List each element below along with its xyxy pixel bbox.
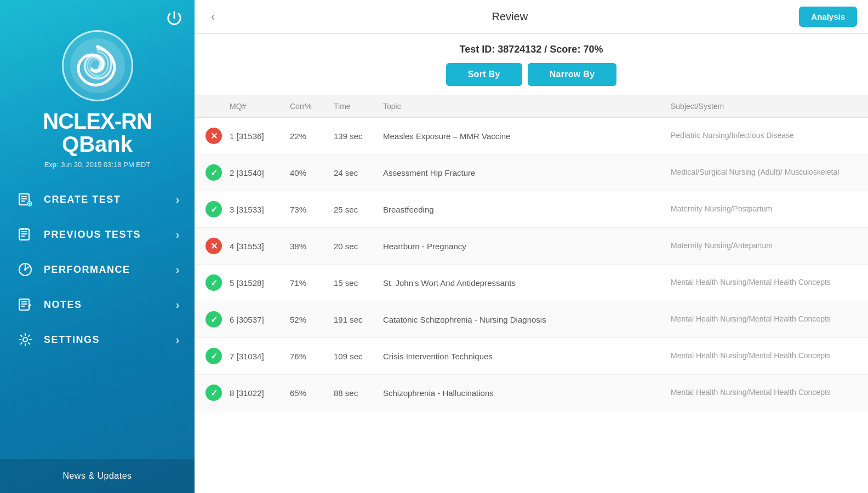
table-row[interactable]: ✓ 3 [31533] 73% 25 sec Breastfeeding Mat… bbox=[195, 191, 868, 228]
status-icon-correct: ✓ bbox=[205, 274, 222, 291]
row-corr: 38% bbox=[290, 242, 334, 251]
row-time: 24 sec bbox=[334, 168, 383, 177]
performance-icon bbox=[16, 261, 34, 278]
row-topic: Assessment Hip Fracture bbox=[383, 168, 671, 177]
sidebar: NCLEX-RN QBank Exp: Jun 20, 2015 03:18 P… bbox=[0, 0, 195, 493]
row-topic: Heartburn - Pregnancy bbox=[383, 242, 671, 251]
row-status: ✓ bbox=[205, 201, 230, 217]
sidebar-item-notes[interactable]: NOTES › bbox=[5, 287, 189, 322]
app-subtitle: QBank bbox=[62, 132, 133, 156]
app-logo bbox=[62, 30, 133, 101]
row-status: ✓ bbox=[205, 385, 230, 401]
row-topic: Breastfeeding bbox=[383, 205, 671, 214]
table-row[interactable]: ✓ 6 [30537] 52% 191 sec Catatonic Schizo… bbox=[195, 301, 868, 338]
sidebar-item-create-test[interactable]: CREATE TEST › bbox=[5, 182, 189, 217]
status-icon-correct: ✓ bbox=[205, 201, 222, 217]
notes-chevron: › bbox=[176, 299, 180, 311]
row-subject: Mental Health Nursing/Mental Health Conc… bbox=[671, 351, 857, 362]
col-topic-header: Topic bbox=[383, 102, 671, 111]
row-subject: Mental Health Nursing/Mental Health Conc… bbox=[671, 387, 857, 398]
sidebar-item-previous-tests[interactable]: PREVIOUS TESTS › bbox=[5, 217, 189, 252]
analysis-button[interactable]: Analysis bbox=[799, 7, 857, 27]
svg-point-15 bbox=[24, 268, 26, 271]
row-status: ✓ bbox=[205, 274, 230, 291]
row-mq: 5 [31528] bbox=[230, 278, 290, 288]
status-icon-correct: ✓ bbox=[205, 311, 222, 328]
status-icon-incorrect: ✕ bbox=[205, 128, 222, 144]
test-info: Test ID: 38724132 / Score: 70% bbox=[460, 44, 603, 55]
toolbar: Test ID: 38724132 / Score: 70% Sort By N… bbox=[195, 34, 868, 95]
main-header: ‹ Review Analysis bbox=[195, 0, 868, 34]
table-row[interactable]: ✕ 1 [31536] 22% 139 sec Measles Exposure… bbox=[195, 118, 868, 154]
row-topic: Schizophrenia - Hallucinations bbox=[383, 388, 671, 398]
svg-rect-12 bbox=[21, 228, 24, 230]
back-button[interactable]: ‹ bbox=[205, 8, 220, 26]
table-header: MQ# Corr% Time Topic Subject/System bbox=[195, 95, 868, 118]
row-corr: 71% bbox=[290, 278, 334, 288]
table-row[interactable]: ✓ 5 [31528] 71% 15 sec St. John's Wort A… bbox=[195, 265, 868, 301]
status-icon-correct: ✓ bbox=[205, 348, 222, 364]
notes-label: NOTES bbox=[44, 299, 82, 311]
notes-icon bbox=[16, 296, 34, 313]
row-mq: 1 [31536] bbox=[230, 131, 290, 141]
table-row[interactable]: ✓ 2 [31540] 40% 24 sec Assessment Hip Fr… bbox=[195, 154, 868, 191]
power-button[interactable] bbox=[166, 10, 182, 26]
main-content: ‹ Review Analysis Test ID: 38724132 / Sc… bbox=[195, 0, 868, 493]
page-title: Review bbox=[220, 10, 799, 23]
svg-rect-13 bbox=[25, 228, 27, 230]
performance-chevron: › bbox=[176, 263, 180, 276]
row-mq: 4 [31553] bbox=[230, 242, 290, 251]
performance-label: PERFORMANCE bbox=[44, 264, 130, 276]
row-topic: Catatonic Schizophrenia - Nursing Diagno… bbox=[383, 315, 671, 324]
previous-tests-chevron: › bbox=[176, 228, 180, 241]
row-time: 20 sec bbox=[334, 242, 383, 251]
row-corr: 65% bbox=[290, 388, 334, 398]
svg-point-20 bbox=[23, 337, 27, 342]
settings-icon bbox=[16, 331, 34, 348]
row-time: 15 sec bbox=[334, 278, 383, 288]
row-topic: St. John's Wort And Antidepressants bbox=[383, 278, 671, 288]
row-status: ✓ bbox=[205, 311, 230, 328]
previous-tests-label: PREVIOUS TESTS bbox=[44, 229, 141, 240]
row-status: ✕ bbox=[205, 238, 230, 254]
row-time: 139 sec bbox=[334, 131, 383, 141]
news-label: News & Updates bbox=[62, 471, 132, 480]
expiry-text: Exp: Jun 20, 2015 03:18 PM EDT bbox=[44, 160, 151, 169]
status-icon-incorrect: ✕ bbox=[205, 238, 222, 254]
sidebar-item-settings[interactable]: SETTINGS › bbox=[5, 322, 189, 357]
row-mq: 2 [31540] bbox=[230, 168, 290, 177]
narrow-by-button[interactable]: Narrow By bbox=[528, 63, 617, 86]
settings-chevron: › bbox=[176, 334, 180, 346]
row-subject: Mental Health Nursing/Mental Health Conc… bbox=[671, 277, 857, 288]
previous-tests-icon bbox=[16, 226, 34, 243]
row-corr: 73% bbox=[290, 205, 334, 214]
table-row[interactable]: ✓ 8 [31022] 65% 88 sec Schizophrenia - H… bbox=[195, 375, 868, 411]
table-body: ✕ 1 [31536] 22% 139 sec Measles Exposure… bbox=[195, 118, 868, 493]
create-test-chevron: › bbox=[176, 193, 180, 206]
col-subject-header: Subject/System bbox=[671, 102, 857, 111]
row-mq: 7 [31034] bbox=[230, 352, 290, 361]
row-status: ✓ bbox=[205, 164, 230, 181]
create-test-label: CREATE TEST bbox=[44, 194, 121, 205]
row-topic: Crisis Intervention Techniques bbox=[383, 352, 671, 361]
row-time: 25 sec bbox=[334, 205, 383, 214]
news-updates-bar[interactable]: News & Updates bbox=[0, 459, 195, 493]
row-subject: Maternity Nursing/Postpartum bbox=[671, 204, 857, 215]
status-icon-correct: ✓ bbox=[205, 385, 222, 401]
table-row[interactable]: ✓ 7 [31034] 76% 109 sec Crisis Intervent… bbox=[195, 338, 868, 375]
row-corr: 52% bbox=[290, 315, 334, 324]
sidebar-item-performance[interactable]: PERFORMANCE › bbox=[5, 252, 189, 287]
row-time: 88 sec bbox=[334, 388, 383, 398]
row-topic: Measles Exposure – MMR Vaccine bbox=[383, 131, 671, 141]
row-mq: 3 [31533] bbox=[230, 205, 290, 214]
row-status: ✓ bbox=[205, 348, 230, 364]
nav-menu: CREATE TEST › PREVIOUS TESTS › bbox=[0, 182, 195, 459]
row-corr: 22% bbox=[290, 131, 334, 141]
status-icon-correct: ✓ bbox=[205, 164, 222, 181]
row-time: 191 sec bbox=[334, 315, 383, 324]
sort-by-button[interactable]: Sort By bbox=[446, 63, 522, 86]
toolbar-buttons: Sort By Narrow By bbox=[446, 63, 617, 86]
table-row[interactable]: ✕ 4 [31553] 38% 20 sec Heartburn - Pregn… bbox=[195, 228, 868, 265]
row-corr: 76% bbox=[290, 352, 334, 361]
row-status: ✕ bbox=[205, 128, 230, 144]
